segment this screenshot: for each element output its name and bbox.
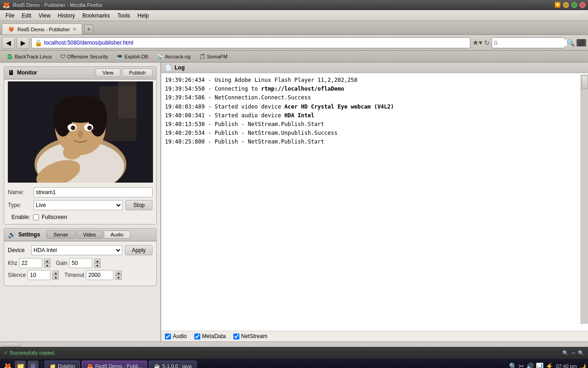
menu-history[interactable]: History <box>54 12 79 20</box>
khz-input[interactable] <box>19 258 42 268</box>
tray-icon5[interactable]: ⚡ <box>545 362 553 368</box>
fullscreen-checkbox[interactable] <box>33 214 39 220</box>
device-label: Device <box>8 247 28 253</box>
h-scrollbar[interactable] <box>0 341 588 347</box>
bookmark-aircrack[interactable]: 📡 Aircrack-ng <box>153 52 194 61</box>
taskbar-icon3[interactable]: 🖥 <box>28 361 39 368</box>
menu-help[interactable]: Help <box>134 12 153 20</box>
video-tab[interactable]: Video <box>76 230 103 239</box>
silence-up-btn[interactable]: ▲ <box>52 270 59 275</box>
address-input[interactable] <box>44 40 467 46</box>
tray-icon2[interactable]: ✂ <box>519 362 524 368</box>
fullscreen-icon[interactable]: ⬛ <box>577 39 586 46</box>
log-scrollbar[interactable] <box>581 75 588 324</box>
bookmark-exploit[interactable]: 💻 Exploit-DB <box>113 52 152 61</box>
title-bar: 🦊 Red5 Demo - Publisher - Mozilla Firefo… <box>0 0 588 10</box>
forward-btn[interactable]: ▶ <box>17 37 29 49</box>
view-btn[interactable]: View <box>96 69 120 77</box>
menu-file[interactable]: File <box>2 12 18 20</box>
menu-bookmarks[interactable]: Bookmarks <box>79 12 113 20</box>
zoom-in-icon[interactable]: 🔍 <box>567 39 575 46</box>
backtrack-icon: 🐉 <box>6 53 13 60</box>
netstream-check-label[interactable]: NetStream <box>233 333 267 339</box>
khz-arrows: ▲ ▼ <box>44 259 51 268</box>
search-input[interactable] <box>498 40 567 46</box>
log-entry-1: 19:39:54:550 - Connecting to rtmp://loca… <box>165 85 584 93</box>
log-entry-5: 19:40:13:530 - Publish - NetStream.Publi… <box>165 120 584 129</box>
dolphin-window[interactable]: 📁 Dolphin <box>45 361 80 368</box>
gain-input[interactable] <box>69 258 92 268</box>
tab-close-icon[interactable]: ✕ <box>73 27 76 32</box>
firefox-window[interactable]: 🦊 Red5 Demo - Publi... <box>82 361 147 368</box>
new-tab-btn[interactable]: + <box>84 24 93 34</box>
zoom-out-icon[interactable]: 🔍 <box>562 350 569 356</box>
netstream-checkbox[interactable] <box>233 334 239 339</box>
settings-tabs: Server Video Audio <box>46 230 130 239</box>
type-select[interactable]: Live Record Append <box>34 200 123 210</box>
menu-edit[interactable]: Edit <box>18 12 35 20</box>
svg-point-16 <box>63 146 81 160</box>
silence-input[interactable] <box>28 270 51 280</box>
silence-down-btn[interactable]: ▼ <box>52 275 59 280</box>
gain-arrows: ▲ ▼ <box>94 259 101 268</box>
device-row: Device HDA Intel Apply <box>8 245 153 255</box>
device-select[interactable]: HDA Intel <box>31 245 122 255</box>
h-scrollbar-thumb[interactable] <box>2 342 20 347</box>
tray-icon4[interactable]: 📊 <box>536 362 543 368</box>
moon-icon: 🌙 <box>580 363 586 368</box>
title-bar-left: 🦊 Red5 Demo - Publisher - Mozilla Firefo… <box>2 1 102 9</box>
apply-btn[interactable]: Apply <box>125 245 153 255</box>
settings-section: 🔊 Settings Server Video Audio Device HDA… <box>4 228 157 286</box>
publish-btn[interactable]: Publish <box>122 69 153 77</box>
audio-check-label[interactable]: Audio <box>165 333 187 339</box>
tray-icon3[interactable]: 🔊 <box>526 362 534 368</box>
address-bar: ◀ ▶ 🔒 ★▾ ↻ G 🔍 🔍 ⬛ <box>0 35 588 51</box>
audio-tab[interactable]: Audio <box>104 230 130 239</box>
stream-name-input[interactable] <box>34 187 153 197</box>
silence-group: Silence ▲ ▼ <box>8 270 59 280</box>
gain-label: Gain <box>56 260 68 266</box>
java-window[interactable]: ☕ 5-1.0.0 : java <box>149 361 197 368</box>
timeout-up-btn[interactable]: ▲ <box>115 270 122 275</box>
scrollbar-thumb[interactable] <box>582 75 588 89</box>
tray-icon1[interactable]: 🔍 <box>509 362 517 368</box>
bookmark-offensive[interactable]: 🛡 Offensive Security <box>57 52 112 61</box>
enable-row: Enable: Fullscreen <box>8 213 153 221</box>
gain-down-btn[interactable]: ▼ <box>94 263 101 268</box>
khz-down-btn[interactable]: ▼ <box>44 263 51 268</box>
taskbar-start: 🦊 📁 🖥 📁 Dolphin 🦊 Red5 Demo - Publi... ☕… <box>2 361 197 368</box>
zoom-in-icon2[interactable]: 🔍 <box>578 350 584 356</box>
close-btn[interactable]: × <box>579 2 586 8</box>
minimize-btn[interactable]: ─ <box>563 2 569 8</box>
timeout-down-btn[interactable]: ▼ <box>115 275 122 280</box>
timeout-arrows: ▲ ▼ <box>115 270 122 280</box>
metadata-check-label[interactable]: MetaData <box>194 333 226 339</box>
audio-checkbox[interactable] <box>165 334 171 339</box>
back-btn[interactable]: ◀ <box>2 37 15 49</box>
maximize-btn[interactable]: □ <box>571 2 577 8</box>
khz-up-btn[interactable]: ▲ <box>44 259 51 263</box>
metadata-check-text: MetaData <box>202 333 226 339</box>
taskbar-icon1[interactable]: 🦊 <box>2 361 13 368</box>
monitor-body: Name: Type: Live Record Append Stop Ena <box>4 79 157 224</box>
refresh-btn[interactable]: ↻ <box>484 39 490 46</box>
gain-up-btn[interactable]: ▲ <box>94 259 101 263</box>
status-bar: ✓ Successfully copied. 🔍 ─ 🔍 <box>0 347 588 359</box>
timeout-input[interactable] <box>86 270 113 280</box>
status-icon2: ─ <box>571 350 575 356</box>
stop-btn[interactable]: Stop <box>125 200 153 210</box>
bookmark-somafm[interactable]: 🎵 SomaFM <box>195 52 232 61</box>
taskbar-icon2[interactable]: 📁 <box>15 361 26 368</box>
tab-publisher[interactable]: 🦊 Red5 Demo - Publisher ✕ <box>2 23 82 34</box>
right-panel: 📄 Log 19:39:26:434 - Using Adobe Linux F… <box>161 63 588 341</box>
svg-point-8 <box>54 100 72 137</box>
svg-rect-2 <box>118 81 136 118</box>
log-entry-2: 19:39:54:586 - NetConnection.Connect.Suc… <box>165 93 584 102</box>
server-tab[interactable]: Server <box>46 230 75 239</box>
menu-tools[interactable]: Tools <box>113 12 134 20</box>
metadata-checkbox[interactable] <box>194 334 200 339</box>
star-btn[interactable]: ★▾ <box>472 38 482 47</box>
stream-controls: Name: Type: Live Record Append Stop Ena <box>4 184 156 224</box>
bookmark-backtrack[interactable]: 🐉 BackTrack Linux <box>3 52 56 61</box>
menu-view[interactable]: View <box>35 12 54 20</box>
